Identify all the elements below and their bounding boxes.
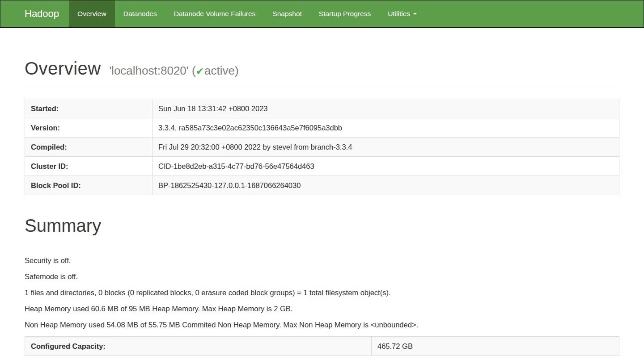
nav-item-utilities[interactable]: Utilities [379, 0, 425, 27]
table-row: Compiled: Fri Jul 29 20:32:00 +0800 2022… [25, 138, 619, 157]
table-row: Version: 3.3.4, ra585a73c3e02ac62350c136… [25, 118, 619, 138]
nav-item-overview[interactable]: Overview [69, 0, 115, 27]
nav-item-datanode-volume-failures[interactable]: Datanode Volume Failures [165, 0, 264, 27]
cluster-info-table: Started: Sun Jun 18 13:31:42 +0800 2023 … [25, 99, 619, 195]
table-row: Cluster ID: CID-1be8d2eb-a315-4c77-bd76-… [25, 157, 619, 176]
chevron-down-icon [413, 13, 417, 15]
brand-hadoop[interactable]: Hadoop [25, 0, 69, 27]
nav-item-startup-progress[interactable]: Startup Progress [310, 0, 379, 27]
header-divider [25, 87, 619, 87]
top-navbar: Hadoop Overview Datanodes Datanode Volum… [0, 0, 644, 28]
namenode-state: active [204, 64, 235, 77]
nav-item-snapshot[interactable]: Snapshot [264, 0, 310, 27]
row-value: BP-1862525430-127.0.0.1-1687066264030 [153, 176, 619, 195]
safemode-status-text: Safemode is off. [25, 272, 619, 281]
summary-divider [25, 244, 619, 244]
page-title: Overview [25, 59, 101, 78]
summary-paragraphs: Security is off. Safemode is off. 1 file… [25, 256, 619, 329]
state-paren-open: ( [192, 64, 196, 77]
nav-menu: Overview Datanodes Datanode Volume Failu… [69, 0, 425, 27]
non-heap-memory-text: Non Heap Memory used 54.08 MB of 55.75 M… [25, 320, 619, 329]
summary-title: Summary [25, 216, 619, 236]
row-value: Sun Jun 18 13:31:42 +0800 2023 [153, 99, 619, 118]
page-header: Overview 'localhost:8020' (✔active) [25, 59, 619, 79]
table-row: Started: Sun Jun 18 13:31:42 +0800 2023 [25, 99, 619, 118]
namenode-host: 'localhost:8020' [109, 64, 189, 77]
row-value: 465.72 GB [372, 337, 619, 356]
row-value: CID-1be8d2eb-a315-4c77-bd76-56e47564d463 [153, 157, 619, 176]
row-label: Cluster ID: [25, 157, 153, 176]
row-label: Version: [25, 118, 153, 138]
heap-memory-text: Heap Memory used 60.6 MB of 95 MB Heap M… [25, 304, 619, 313]
row-label: Configured Capacity: [25, 337, 372, 356]
active-check-icon: ✔ [196, 66, 204, 77]
nav-item-datanodes[interactable]: Datanodes [115, 0, 165, 27]
security-status-text: Security is off. [25, 256, 619, 265]
state-paren-close: ) [235, 64, 239, 77]
page-subtitle: 'localhost:8020' (✔active) [109, 64, 239, 77]
row-label: Block Pool ID: [25, 176, 153, 195]
main-content: Overview 'localhost:8020' (✔active) Star… [0, 59, 644, 356]
table-row: Configured Capacity: 465.72 GB [25, 337, 619, 356]
nav-item-utilities-label: Utilities [388, 10, 410, 18]
row-label: Started: [25, 99, 153, 118]
row-label: Compiled: [25, 138, 153, 157]
filesystem-objects-text: 1 files and directories, 0 blocks (0 rep… [25, 288, 619, 297]
row-value: 3.3.4, ra585a73c3e02ac62350c136643a5e7f6… [153, 118, 619, 138]
table-row: Block Pool ID: BP-1862525430-127.0.0.1-1… [25, 176, 619, 195]
capacity-table: Configured Capacity: 465.72 GB [25, 336, 619, 356]
row-value: Fri Jul 29 20:32:00 +0800 2022 by stevel… [153, 138, 619, 157]
